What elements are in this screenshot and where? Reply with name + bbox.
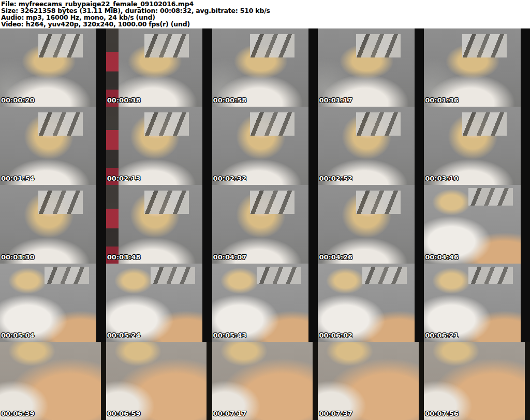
edge-bar bbox=[96, 185, 106, 263]
edge-bar bbox=[308, 185, 318, 263]
timestamp-overlay: 00:07:56 bbox=[425, 410, 459, 417]
edge-bar bbox=[313, 342, 318, 420]
timestamp-overlay: 00:00:58 bbox=[213, 96, 247, 104]
edge-bar bbox=[202, 185, 212, 263]
video-thumbnail: 00:06:21 bbox=[424, 264, 530, 342]
thumbnail-grid: 00:00:20 00:00:38 00:00:58 00:01:17 00:0… bbox=[0, 28, 530, 420]
edge-bar bbox=[419, 342, 424, 420]
wall-art bbox=[250, 191, 295, 214]
timestamp-overlay: 00:07:37 bbox=[319, 410, 352, 417]
timestamp-overlay: 00:00:38 bbox=[107, 96, 141, 104]
video-thumbnail: 00:07:56 bbox=[424, 342, 530, 420]
video-info-line: Video: h264, yuv420p, 320x240, 1000.00 f… bbox=[1, 21, 530, 27]
edge-bar bbox=[202, 28, 212, 107]
wall-art bbox=[362, 267, 407, 284]
video-thumbnail: 00:02:13 bbox=[106, 107, 212, 185]
wall-art bbox=[38, 112, 83, 136]
video-thumbnail: 00:07:37 bbox=[318, 342, 424, 420]
timestamp-overlay: 00:06:59 bbox=[107, 410, 141, 417]
video-thumbnail: 00:03:30 bbox=[0, 185, 106, 263]
thumbnail-placeholder bbox=[318, 342, 424, 420]
edge-bar bbox=[521, 264, 530, 342]
video-thumbnail: 00:01:54 bbox=[0, 107, 106, 185]
timestamp-overlay: 00:02:13 bbox=[107, 175, 141, 182]
timestamp-overlay: 00:03:10 bbox=[425, 175, 459, 182]
timestamp-overlay: 00:02:52 bbox=[319, 175, 352, 182]
timestamp-overlay: 00:03:30 bbox=[1, 253, 35, 261]
video-thumbnail: 00:02:32 bbox=[212, 107, 318, 185]
edge-bar bbox=[96, 107, 106, 185]
edge-bar bbox=[101, 342, 106, 420]
edge-bar bbox=[308, 264, 318, 342]
timestamp-overlay: 00:04:07 bbox=[213, 253, 247, 261]
wall-art bbox=[144, 112, 189, 136]
wall-art bbox=[356, 34, 401, 57]
timestamp-overlay: 00:06:39 bbox=[1, 410, 35, 417]
edge-bar bbox=[308, 107, 318, 185]
edge-bar bbox=[525, 342, 530, 420]
video-contact-sheet: File: myfreecams_rubypaige22_female_0910… bbox=[0, 0, 530, 420]
edge-bar bbox=[207, 342, 212, 420]
timestamp-overlay: 00:06:21 bbox=[425, 331, 459, 339]
clothing-rack bbox=[106, 185, 119, 263]
edge-bar bbox=[415, 185, 424, 263]
video-thumbnail: 00:07:17 bbox=[212, 342, 318, 420]
timestamp-overlay: 00:07:17 bbox=[213, 410, 247, 417]
timestamp-overlay: 00:05:43 bbox=[213, 331, 247, 339]
timestamp-overlay: 00:03:48 bbox=[107, 253, 141, 261]
video-thumbnail: 00:02:52 bbox=[318, 107, 424, 185]
timestamp-overlay: 00:06:02 bbox=[319, 331, 352, 339]
video-thumbnail: 00:00:20 bbox=[0, 28, 106, 107]
edge-bar bbox=[415, 28, 424, 107]
video-thumbnail: 00:03:10 bbox=[424, 107, 530, 185]
wall-art bbox=[257, 267, 301, 284]
wall-art bbox=[250, 112, 295, 136]
video-thumbnail: 00:01:17 bbox=[318, 28, 424, 107]
edge-bar bbox=[202, 264, 212, 342]
edge-bar bbox=[96, 264, 106, 342]
thumbnail-placeholder bbox=[106, 342, 212, 420]
wall-art bbox=[250, 34, 295, 57]
video-thumbnail: 00:00:58 bbox=[212, 28, 318, 107]
video-thumbnail: 00:04:26 bbox=[318, 185, 424, 263]
wall-art bbox=[462, 34, 507, 57]
wall-art bbox=[38, 191, 83, 214]
timestamp-overlay: 00:04:46 bbox=[425, 253, 459, 261]
media-info-header: File: myfreecams_rubypaige22_female_0910… bbox=[0, 0, 530, 28]
video-thumbnail: 00:06:39 bbox=[0, 342, 106, 420]
edge-bar bbox=[521, 107, 530, 185]
video-thumbnail: 00:04:07 bbox=[212, 185, 318, 263]
video-thumbnail: 00:04:46 bbox=[424, 185, 530, 263]
clothing-rack bbox=[106, 107, 119, 185]
video-thumbnail: 00:05:24 bbox=[106, 264, 212, 342]
timestamp-overlay: 00:01:17 bbox=[319, 96, 352, 104]
video-thumbnail: 00:03:48 bbox=[106, 185, 212, 263]
thumbnail-placeholder bbox=[424, 342, 530, 420]
video-thumbnail: 00:06:59 bbox=[106, 342, 212, 420]
edge-bar bbox=[521, 28, 530, 107]
video-thumbnail: 00:05:04 bbox=[0, 264, 106, 342]
timestamp-overlay: 00:00:20 bbox=[1, 96, 35, 104]
video-thumbnail: 00:06:02 bbox=[318, 264, 424, 342]
wall-art bbox=[468, 188, 513, 205]
thumbnail-placeholder bbox=[212, 342, 318, 420]
video-thumbnail: 00:01:36 bbox=[424, 28, 530, 107]
wall-art bbox=[356, 112, 401, 136]
edge-bar bbox=[96, 28, 106, 107]
edge-bar bbox=[415, 264, 424, 342]
timestamp-overlay: 00:05:24 bbox=[107, 331, 141, 339]
timestamp-overlay: 00:02:32 bbox=[213, 175, 247, 182]
timestamp-overlay: 00:04:26 bbox=[319, 253, 352, 261]
timestamp-overlay: 00:01:36 bbox=[425, 96, 459, 104]
edge-bar bbox=[202, 107, 212, 185]
wall-art bbox=[356, 191, 401, 214]
clothing-rack bbox=[106, 28, 119, 107]
wall-art bbox=[462, 112, 507, 136]
wall-art bbox=[45, 267, 89, 284]
wall-art bbox=[38, 34, 83, 57]
timestamp-overlay: 00:05:04 bbox=[1, 331, 35, 339]
video-thumbnail: 00:00:38 bbox=[106, 28, 212, 107]
wall-art bbox=[468, 267, 513, 284]
timestamp-overlay: 00:01:54 bbox=[1, 175, 35, 182]
wall-art bbox=[151, 267, 195, 284]
